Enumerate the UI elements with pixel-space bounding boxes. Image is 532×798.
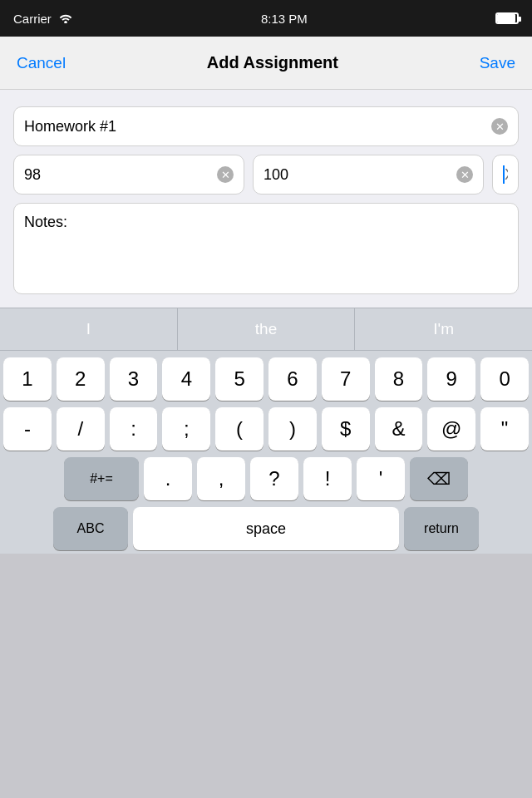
key-abc[interactable]: ABC (53, 507, 128, 550)
suggestion-bar: I the I'm (0, 308, 532, 351)
number-row: 1 2 3 4 5 6 7 8 9 0 (3, 357, 529, 401)
total-input[interactable] (264, 166, 456, 184)
key-quote[interactable]: " (480, 407, 529, 451)
key-2[interactable]: 2 (57, 357, 105, 401)
key-hash-plus-equals[interactable]: #+= (64, 457, 139, 500)
suggestion-i[interactable]: I (0, 308, 178, 350)
clear-total-button[interactable]: ✕ (456, 166, 473, 183)
notes-label: Notes: (24, 214, 67, 230)
key-question[interactable]: ? (250, 457, 298, 500)
carrier-label: Carrier (13, 12, 52, 26)
backspace-button[interactable]: ⌫ (410, 457, 468, 500)
key-dash[interactable]: - (3, 407, 52, 451)
nav-bar: Cancel Add Assignment Save (0, 37, 532, 90)
assignment-name-field[interactable]: ✕ (13, 106, 519, 146)
status-bar: Carrier 8:13 PM (0, 0, 532, 37)
punct-row: #+= . , ? ! ' ⌫ (3, 457, 529, 500)
notes-field[interactable]: Notes: (13, 203, 519, 294)
key-ampersand[interactable]: & (375, 407, 423, 451)
key-open-paren[interactable]: ( (215, 407, 264, 451)
key-1[interactable]: 1 (3, 357, 52, 401)
backspace-icon: ⌫ (427, 469, 451, 489)
key-close-paren[interactable]: ) (268, 407, 317, 451)
key-slash[interactable]: / (57, 407, 105, 451)
score-field[interactable]: ✕ (13, 155, 244, 195)
key-3[interactable]: 3 (110, 357, 158, 401)
key-dollar[interactable]: $ (322, 407, 370, 451)
key-apostrophe[interactable]: ' (357, 457, 405, 500)
suggestion-the[interactable]: the (178, 308, 356, 350)
key-at[interactable]: @ (427, 407, 475, 451)
key-4[interactable]: 4 (162, 357, 210, 401)
key-semicolon[interactable]: ; (162, 407, 210, 451)
date-input[interactable] (505, 166, 508, 184)
cancel-button[interactable]: Cancel (13, 47, 69, 79)
score-row: ✕ ✕ (13, 155, 519, 195)
save-button[interactable]: Save (476, 47, 519, 79)
key-comma[interactable]: , (197, 457, 245, 500)
page-title: Add Assignment (207, 53, 338, 72)
suggestion-im[interactable]: I'm (355, 308, 532, 350)
key-7[interactable]: 7 (322, 357, 370, 401)
symbol-row: - / : ; ( ) $ & @ " (3, 407, 529, 451)
key-6[interactable]: 6 (268, 357, 317, 401)
key-return[interactable]: return (404, 507, 479, 550)
key-period[interactable]: . (144, 457, 192, 500)
key-9[interactable]: 9 (427, 357, 475, 401)
key-0[interactable]: 0 (480, 357, 529, 401)
score-input[interactable] (24, 166, 217, 184)
key-colon[interactable]: : (110, 407, 158, 451)
total-field[interactable]: ✕ (253, 155, 484, 195)
clear-score-button[interactable]: ✕ (217, 166, 234, 183)
key-space[interactable]: space (133, 507, 399, 550)
key-8[interactable]: 8 (375, 357, 423, 401)
key-5[interactable]: 5 (215, 357, 264, 401)
wifi-icon (58, 12, 73, 26)
time-label: 8:13 PM (261, 12, 308, 26)
keyboard: 1 2 3 4 5 6 7 8 9 0 - / : ; ( ) $ & @ " … (0, 351, 532, 554)
status-left: Carrier (13, 12, 73, 26)
key-exclaim[interactable]: ! (303, 457, 352, 500)
form-area: ✕ ✕ ✕ Notes: (0, 90, 532, 308)
bottom-row: ABC space return (3, 507, 529, 550)
date-field[interactable] (492, 155, 519, 195)
assignment-name-input[interactable] (24, 118, 491, 135)
battery-icon (495, 12, 519, 24)
clear-assignment-name-button[interactable]: ✕ (491, 118, 508, 135)
